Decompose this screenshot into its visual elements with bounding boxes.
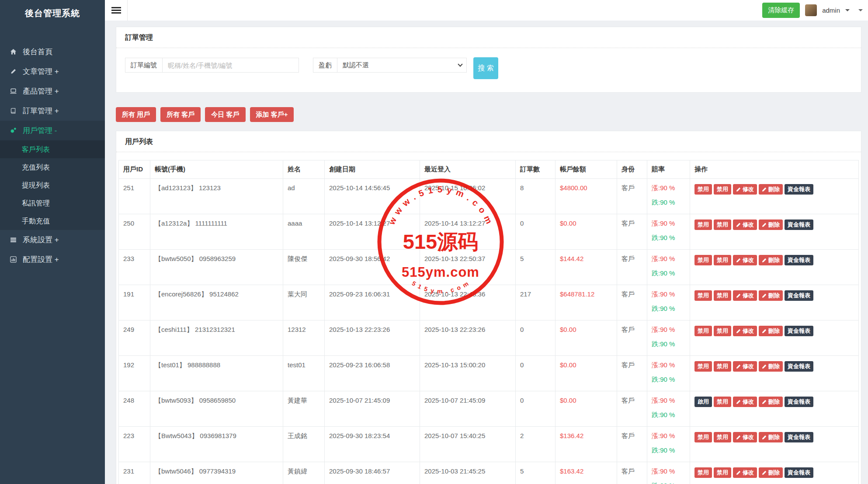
report-button[interactable]: 資金報表 <box>785 397 813 407</box>
ban-button[interactable]: 禁用 <box>714 184 731 195</box>
last-login-cell: 2025-10-07 15:40:25 <box>420 427 516 462</box>
toggle-status-button[interactable]: 禁用 <box>694 219 712 230</box>
report-button[interactable]: 資金報表 <box>785 432 813 442</box>
column-header: 姓名 <box>283 160 325 179</box>
sidebar-item-config[interactable]: 配置設置 + <box>0 250 105 269</box>
delete-button[interactable]: 刪除 <box>759 467 783 478</box>
delete-button[interactable]: 刪除 <box>759 432 783 442</box>
ban-button[interactable]: 禁用 <box>714 397 731 407</box>
pencil-icon <box>736 187 741 192</box>
delete-button[interactable]: 刪除 <box>759 326 783 336</box>
balance-cell: $0.00 <box>556 214 617 250</box>
actions-cell: 禁用禁用修改刪除資金報表 <box>690 356 859 391</box>
delete-button[interactable]: 刪除 <box>759 255 783 265</box>
profit-select[interactable]: 默認不選 <box>337 58 467 73</box>
order-count-cell: 5 <box>516 462 556 484</box>
toolbar-button-all-users[interactable]: 所有 用戶 <box>116 107 156 122</box>
actions-cell: 禁用禁用修改刪除資金報表 <box>690 462 859 484</box>
order-no-input[interactable] <box>163 58 299 73</box>
edit-button[interactable]: 修改 <box>733 432 757 442</box>
toolbar-button-today-customers[interactable]: 今日 客戶 <box>205 107 245 122</box>
ban-button[interactable]: 禁用 <box>714 467 731 478</box>
caret-down-icon[interactable] <box>845 9 850 11</box>
account-phone-cell: 【bwtw5046】 0977394319 <box>150 462 283 484</box>
sidebar-group-config: 配置設置 + <box>0 250 105 269</box>
sidebar-group-orders: 訂單管理 + <box>0 101 105 121</box>
table-row: 233【bwtw5050】 0958963259陳俊傑2025-09-30 18… <box>119 250 859 285</box>
sidebar-item-home[interactable]: 後台首頁 <box>0 42 105 62</box>
odds-cell: 漲:90 %跌:90 % <box>647 391 690 427</box>
report-button[interactable]: 資金報表 <box>785 467 813 478</box>
odds-up: 漲:90 % <box>652 467 685 476</box>
toggle-status-button[interactable]: 禁用 <box>694 326 712 336</box>
sidebar-subitem-recharge-list[interactable]: 充值列表 <box>0 158 105 176</box>
report-button[interactable]: 資金報表 <box>785 361 813 372</box>
edit-button[interactable]: 修改 <box>733 326 757 336</box>
edit-button[interactable]: 修改 <box>733 467 757 478</box>
sidebar-item-users[interactable]: 用戶管理 - <box>0 121 105 140</box>
ban-button[interactable]: 禁用 <box>714 219 731 230</box>
sidebar-subitem-customer-list[interactable]: 客戶列表 <box>0 140 105 158</box>
edit-button[interactable]: 修改 <box>733 255 757 265</box>
column-header: 身份 <box>617 160 647 179</box>
column-header: 訂單數 <box>516 160 556 179</box>
sidebar-item-system[interactable]: 系統設置 + <box>0 230 105 250</box>
report-button[interactable]: 資金報表 <box>785 255 813 265</box>
actions-cell: 啟用禁用修改刪除資金報表 <box>690 391 859 427</box>
delete-button[interactable]: 刪除 <box>759 397 783 407</box>
caret-down-icon[interactable] <box>858 9 863 11</box>
edit-button[interactable]: 修改 <box>733 184 757 195</box>
delete-button[interactable]: 刪除 <box>759 184 783 195</box>
ban-button[interactable]: 禁用 <box>714 326 731 336</box>
sidebar-subitem-message-manage[interactable]: 私訊管理 <box>0 194 105 212</box>
toolbar-button-add-customer[interactable]: 添加 客戶+ <box>250 107 294 122</box>
delete-button[interactable]: 刪除 <box>759 361 783 372</box>
toggle-status-button[interactable]: 禁用 <box>694 184 712 195</box>
ban-button[interactable]: 禁用 <box>714 361 731 372</box>
toggle-status-button[interactable]: 禁用 <box>694 255 712 265</box>
odds-cell: 漲:90 %跌:90 % <box>647 320 690 356</box>
delete-button[interactable]: 刪除 <box>759 290 783 301</box>
book-icon <box>10 108 17 114</box>
sidebar-item-products[interactable]: 產品管理 + <box>0 81 105 101</box>
created-date-cell: 2025-09-23 16:06:31 <box>325 285 420 320</box>
ban-button[interactable]: 禁用 <box>714 290 731 301</box>
column-header: 最近登入 <box>420 160 516 179</box>
ban-button[interactable]: 禁用 <box>714 255 731 265</box>
edit-button-label: 修改 <box>743 292 754 299</box>
search-form: 訂單編號 盈虧 默認不選 搜 索 <box>116 48 861 92</box>
sidebar-item-orders[interactable]: 訂單管理 + <box>0 101 105 121</box>
toggle-status-button[interactable]: 禁用 <box>694 467 712 478</box>
pencil-icon <box>762 470 767 475</box>
ban-button[interactable]: 禁用 <box>714 432 731 442</box>
toggle-status-button[interactable]: 禁用 <box>694 290 712 301</box>
edit-button[interactable]: 修改 <box>733 290 757 301</box>
sidebar-item-articles[interactable]: 文章管理 + <box>0 62 105 81</box>
toggle-status-button[interactable]: 禁用 <box>694 361 712 372</box>
report-button[interactable]: 資金報表 <box>785 184 813 195</box>
report-button[interactable]: 資金報表 <box>785 326 813 336</box>
edit-button[interactable]: 修改 <box>733 219 757 230</box>
action-buttons: 禁用禁用修改刪除資金報表 <box>694 184 854 195</box>
edit-button[interactable]: 修改 <box>733 361 757 372</box>
search-button[interactable]: 搜 索 <box>473 57 498 79</box>
edit-button-label: 修改 <box>743 221 754 229</box>
delete-button-label: 刪除 <box>768 256 780 264</box>
toggle-status-button[interactable]: 啟用 <box>694 397 712 407</box>
avatar[interactable] <box>805 4 817 16</box>
report-button[interactable]: 資金報表 <box>785 219 813 230</box>
username-label[interactable]: admin <box>822 7 840 14</box>
report-button[interactable]: 資金報表 <box>785 290 813 301</box>
clear-cache-button[interactable]: 清除緩存 <box>762 3 800 18</box>
toggle-status-button[interactable]: 禁用 <box>694 432 712 442</box>
menu-toggle-button[interactable] <box>105 0 128 21</box>
sidebar-subitem-withdraw-list[interactable]: 提現列表 <box>0 176 105 194</box>
toolbar-button-all-customers[interactable]: 所有 客戶 <box>160 107 201 122</box>
table-row: 251【ad123123】 123123ad2025-10-14 14:56:4… <box>119 179 859 214</box>
edit-button[interactable]: 修改 <box>733 397 757 407</box>
account-phone-cell: 【ad123123】 123123 <box>150 179 283 214</box>
sidebar-subitem-manual-recharge[interactable]: 手動充值 <box>0 212 105 230</box>
action-buttons: 禁用禁用修改刪除資金報表 <box>694 361 854 372</box>
delete-button[interactable]: 刪除 <box>759 219 783 230</box>
action-buttons: 禁用禁用修改刪除資金報表 <box>694 219 854 230</box>
